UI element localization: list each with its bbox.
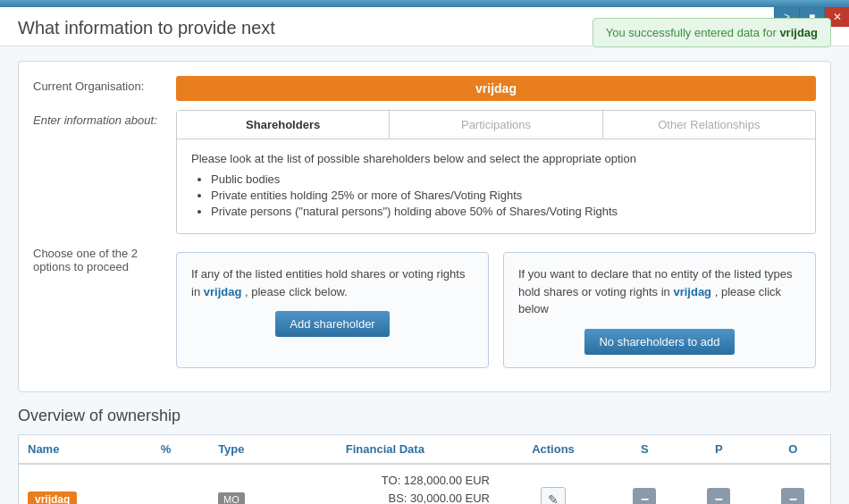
enter-info-row: Enter information about: Shareholders Pa…: [33, 110, 816, 234]
financial-data: TO: 128,000.00 EUR BS: 30,000.00 EUR Emp…: [281, 472, 490, 505]
row-financial: TO: 128,000.00 EUR BS: 30,000.00 EUR Emp…: [272, 464, 499, 505]
enter-info-label: Enter information about:: [33, 110, 176, 127]
row-s: −: [608, 464, 682, 505]
tab-content: Please look at the list of possible shar…: [177, 139, 815, 233]
col-type: Type: [191, 434, 272, 464]
col-actions: Actions: [499, 434, 608, 464]
o-minus-button[interactable]: −: [781, 488, 804, 504]
current-org-row: Current Organisation: vrijdag: [33, 76, 816, 101]
tab-header: Shareholders Participations Other Relati…: [177, 111, 815, 139]
type-badge: MO: [218, 492, 245, 504]
no-shareholders-button[interactable]: No shareholders to add: [584, 329, 734, 355]
overview-title: Overview of ownership: [18, 407, 831, 425]
tab-description: Please look at the list of possible shar…: [191, 152, 801, 165]
s-minus-button[interactable]: −: [633, 488, 656, 504]
add-shareholder-button[interactable]: Add shareholder: [275, 311, 389, 337]
col-o: O: [756, 434, 831, 464]
bullet-3: Private persons ("natural persons") hold…: [211, 205, 801, 218]
overview-table: Name % Type Financial Data Actions S P O…: [18, 434, 831, 505]
option1-text: If any of the listed entities hold share…: [191, 265, 474, 300]
header-row: Name % Type Financial Data Actions S P O: [19, 434, 831, 464]
success-toast: You successfully entered data for vrijda…: [593, 18, 831, 47]
option1-suffix: , please click below.: [245, 285, 348, 298]
tab-other-relationships[interactable]: Other Relationships: [603, 111, 815, 139]
row-p: −: [682, 464, 756, 505]
option2-text: If you want to declare that no entity of…: [518, 265, 801, 318]
table-row: vrijdag MO TO: 128,000.00 EUR BS: 30,000…: [19, 464, 831, 505]
option-box-2: If you want to declare that no entity of…: [503, 252, 816, 368]
row-org-badge[interactable]: vrijdag: [28, 491, 77, 504]
options-container: If any of the listed entities hold share…: [176, 243, 816, 368]
col-s: S: [608, 434, 682, 464]
p-minus-button[interactable]: −: [707, 488, 730, 504]
current-org-label: Current Organisation:: [33, 76, 176, 93]
row-o: −: [756, 464, 831, 505]
toast-org-name: vrijdag: [779, 26, 818, 39]
choose-label: Choose one of the 2 options to proceed: [33, 243, 176, 273]
current-org-value: vrijdag: [176, 76, 816, 101]
edit-icon[interactable]: ✎: [541, 487, 566, 504]
row-type: MO: [191, 464, 272, 505]
bullet-list: Public bodies Private entities holding 2…: [191, 172, 801, 218]
choose-options-row: Choose one of the 2 options to proceed I…: [33, 243, 816, 368]
header-area: > ■ ✕ What information to provide next Y…: [0, 7, 849, 46]
financial-to: TO: 128,000.00 EUR: [281, 472, 490, 491]
table-header: Name % Type Financial Data Actions S P O: [19, 434, 831, 464]
bullet-1: Public bodies: [211, 172, 801, 186]
options-row: If any of the listed entities hold share…: [176, 252, 816, 368]
option-box-1: If any of the listed entities hold share…: [176, 252, 489, 368]
col-name: Name: [19, 434, 141, 464]
col-financial: Financial Data: [272, 434, 499, 464]
tab-participations[interactable]: Participations: [390, 111, 602, 139]
toast-prefix: You successfully entered data for: [606, 26, 777, 39]
row-percent: [140, 464, 191, 505]
row-name: vrijdag: [19, 464, 141, 505]
table-body: vrijdag MO TO: 128,000.00 EUR BS: 30,000…: [19, 464, 831, 505]
option1-org: vrijdag: [204, 285, 242, 298]
col-p: P: [682, 434, 756, 464]
org-name-bar: vrijdag: [176, 76, 816, 101]
main-content: Current Organisation: vrijdag Enter info…: [0, 46, 849, 504]
option2-org: vrijdag: [673, 285, 711, 298]
top-bar: [0, 0, 849, 7]
tabs-container: Shareholders Participations Other Relati…: [176, 110, 816, 234]
bullet-2: Private entities holding 25% or more of …: [211, 189, 801, 202]
financial-bs: BS: 30,000.00 EUR: [281, 490, 490, 504]
tab-shareholders[interactable]: Shareholders: [177, 111, 390, 139]
row-actions: ✎: [499, 464, 608, 505]
tab-container: Shareholders Participations Other Relati…: [176, 110, 816, 234]
form-section: Current Organisation: vrijdag Enter info…: [18, 61, 831, 392]
col-percent: %: [140, 434, 191, 464]
